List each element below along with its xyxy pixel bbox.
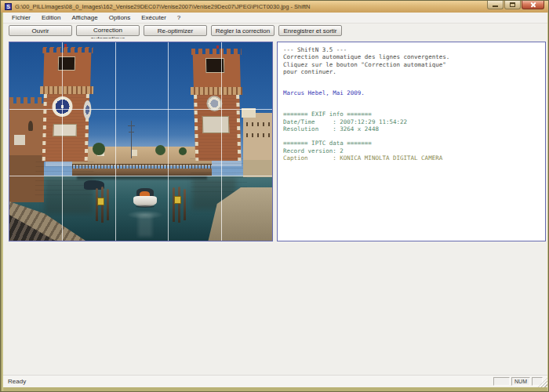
info-panel: --- ShiftN 3.5 --- Correction automatiqu…: [277, 42, 546, 241]
minimize-button[interactable]: [487, 1, 504, 9]
save-and-exit-button[interactable]: Enregistrer et sortir: [278, 25, 342, 36]
adjust-correction-button[interactable]: Régler la correction: [211, 25, 274, 36]
credit-text: Marcus Hebel, Mai 2009.: [283, 89, 545, 96]
reoptimize-button[interactable]: Re-optimizer: [144, 25, 207, 36]
mooring-pole: [107, 189, 109, 220]
motorboat-waterline: [136, 205, 155, 208]
status-cells: NUM: [493, 377, 543, 386]
red-flag: [216, 45, 219, 49]
statusbar: Ready NUM: [3, 375, 547, 387]
tree: [155, 145, 165, 155]
grid-line-horizontal: [9, 109, 272, 110]
client-area: --- ShiftN 3.5 --- Correction automatiqu…: [3, 38, 547, 375]
iptc-data-text: ======= IPTC data ======= Record version…: [283, 140, 545, 154]
status-cell-empty: [493, 377, 510, 386]
iptc-caption-text: Caption : KONICA MINOLTA DIGITAL CAMERA: [283, 154, 545, 162]
maximize-icon: [510, 2, 515, 7]
auto-correction-button[interactable]: Correction automatique: [76, 25, 140, 36]
grid-line-vertical: [115, 42, 116, 241]
left-tower-stone-base: [35, 162, 93, 198]
grid-line-vertical: [221, 42, 222, 241]
antenna-crossbar: [129, 132, 134, 132]
menu-item-executer[interactable]: Exécuter: [136, 13, 172, 23]
right-tower-quoin: [236, 95, 241, 161]
left-tower-side-clock: [83, 100, 92, 119]
left-tower-machicolation: [40, 86, 93, 94]
exif-info-text: ======= EXIF info ======= Date/Time : 20…: [283, 111, 545, 132]
intro-text: --- ShiftN 3.5 --- Correction automatiqu…: [283, 46, 545, 75]
menu-item-fichier[interactable]: Fichier: [6, 13, 36, 23]
window-title: G:\00_PILLImages\08_0_Images\162_Venise2…: [15, 3, 548, 10]
antenna-mast: [131, 121, 132, 158]
menu-item-edition[interactable]: Edition: [36, 13, 66, 23]
distant-building-white: [132, 150, 137, 156]
mooring-pole: [173, 187, 175, 222]
rampart-statue: [28, 121, 33, 131]
menubar: Fichier Edition Affichage Options Exécut…: [3, 13, 547, 24]
maximize-button[interactable]: [504, 1, 521, 9]
right-lower-wall: [243, 160, 273, 177]
toolbar: Ouvrir Correction automatique Re-optimiz…: [3, 24, 547, 38]
rampart-plaque: [14, 135, 25, 145]
grid-line-vertical: [168, 42, 169, 241]
right-building-windows: [246, 133, 270, 137]
window-controls: [487, 1, 544, 9]
yellow-channel-sign: [97, 198, 104, 205]
grid-line-vertical: [62, 42, 63, 241]
tree: [179, 147, 187, 155]
menu-item-help[interactable]: ?: [172, 13, 186, 23]
open-button[interactable]: Ouvrir: [9, 25, 72, 36]
photo-canvas[interactable]: [9, 42, 273, 241]
antenna-crossbar: [128, 125, 135, 126]
mooring-pole: [178, 187, 180, 223]
red-flag: [64, 44, 67, 47]
boat-reflection: [138, 215, 152, 237]
yellow-channel-sign: [174, 196, 181, 204]
right-tower-plaque: [202, 116, 230, 133]
right-tower-machicolation: [191, 87, 242, 95]
grid-line-horizontal: [9, 176, 272, 176]
menu-item-affichage[interactable]: Affichage: [66, 13, 103, 23]
menu-item-options[interactable]: Options: [104, 13, 136, 23]
titlebar[interactable]: S G:\00_PILLImages\08_0_Images\162_Venis…: [1, 1, 548, 13]
mooring-pole: [184, 189, 186, 220]
app-icon: S: [5, 3, 12, 10]
app-icon-letter: S: [6, 4, 10, 9]
shiftn-window: S G:\00_PILLImages\08_0_Images\162_Venis…: [0, 0, 549, 392]
right-tower: [190, 49, 245, 194]
left-tower-plaque: [53, 124, 77, 136]
minimize-icon: [493, 5, 498, 7]
status-text: Ready: [8, 376, 26, 387]
left-tower-belfry-window: [58, 56, 75, 71]
right-building-windows: [246, 122, 270, 126]
num-lock-indicator: NUM: [511, 377, 530, 386]
close-button[interactable]: [522, 1, 544, 9]
tree: [93, 143, 105, 155]
